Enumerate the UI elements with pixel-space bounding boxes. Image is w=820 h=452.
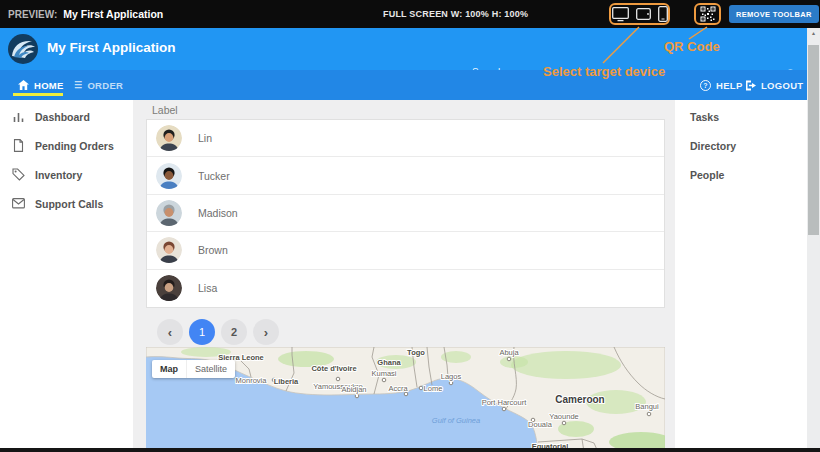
logout-icon <box>745 80 756 91</box>
map-widget[interactable]: Map Satellite <box>146 347 665 452</box>
preview-title-group: PREVIEW: My First Application <box>8 0 163 28</box>
preview-label: PREVIEW: <box>8 9 57 20</box>
list-item[interactable]: Brown <box>147 232 664 269</box>
right-sidebar-item-label: Directory <box>690 140 736 152</box>
svg-text:Lagos: Lagos <box>441 372 462 381</box>
svg-text:Abuja: Abuja <box>499 348 519 357</box>
next-page-button[interactable]: › <box>253 319 279 345</box>
tab-home-label: HOME <box>34 80 64 91</box>
scroll-up-arrow[interactable]: ▴ <box>807 29 820 36</box>
document-icon <box>12 139 25 152</box>
sidebar-item-pending-orders[interactable]: Pending Orders <box>0 131 133 160</box>
svg-text:Douala: Douala <box>528 420 553 429</box>
help-button[interactable]: ? HELP <box>700 70 743 100</box>
left-sidebar: Dashboard Pending Orders Inventory Suppo… <box>0 100 133 448</box>
right-sidebar-item-label: People <box>690 169 724 181</box>
person-name: Lin <box>198 132 212 144</box>
help-label: HELP <box>716 80 743 91</box>
app-title: My First Application <box>47 40 176 55</box>
avatar <box>156 125 182 151</box>
page-button-1[interactable]: 1 <box>189 319 215 345</box>
preview-app-name: My First Application <box>63 8 163 20</box>
sidebar-item-label: Support Calls <box>35 198 103 210</box>
svg-text:Gulf of Guinea: Gulf of Guinea <box>432 416 480 425</box>
people-list: Lin Tucker Madison Brown Lisa <box>146 119 665 308</box>
sidebar-item-inventory[interactable]: Inventory <box>0 160 133 189</box>
list-title: Label <box>152 104 178 116</box>
device-selector-group <box>609 3 670 25</box>
person-name: Lisa <box>198 282 217 294</box>
app-navbar: HOME ☰ ORDER ? HELP LOGOUT <box>0 70 807 100</box>
sidebar-item-directory[interactable]: Directory <box>675 131 807 160</box>
tab-order-label: ORDER <box>87 80 123 91</box>
avatar <box>156 237 182 263</box>
avatar <box>156 200 182 226</box>
avatar <box>156 163 182 189</box>
sidebar-item-label: Inventory <box>35 169 82 181</box>
remove-toolbar-button[interactable]: REMOVE TOOLBAR <box>729 5 819 23</box>
app-header: My First Application <box>0 28 807 70</box>
right-sidebar-item-label: Tasks <box>690 111 719 123</box>
fullscreen-info: FULL SCREEN W: 100% H: 100% <box>383 9 528 19</box>
svg-text:Lome: Lome <box>424 384 443 393</box>
map-view-button[interactable]: Map <box>152 360 186 378</box>
qr-code-icon <box>700 6 716 22</box>
sidebar-item-label: Pending Orders <box>35 140 114 152</box>
sidebar-item-tasks[interactable]: Tasks <box>675 102 807 131</box>
svg-text:Liberia: Liberia <box>274 377 299 386</box>
app-logo-icon <box>8 34 38 64</box>
list-item[interactable]: Tucker <box>147 157 664 194</box>
active-tab-underline <box>13 93 63 96</box>
window-bottom-edge <box>0 448 820 452</box>
qr-code-button[interactable] <box>694 3 721 25</box>
list-item[interactable]: Lisa <box>147 270 664 307</box>
preview-toolbar: PREVIEW: My First Application FULL SCREE… <box>0 0 820 28</box>
svg-text:Ghana: Ghana <box>377 358 401 367</box>
svg-text:Cameroon: Cameroon <box>555 394 604 405</box>
svg-text:Accra: Accra <box>388 384 408 393</box>
sidebar-item-label: Dashboard <box>35 111 90 123</box>
logout-button[interactable]: LOGOUT <box>745 70 803 100</box>
list-item[interactable]: Lin <box>147 120 664 157</box>
map-type-control: Map Satellite <box>152 360 235 378</box>
svg-text:Abidjan: Abidjan <box>341 385 366 394</box>
phone-icon[interactable] <box>658 6 668 22</box>
bar-chart-icon <box>12 110 25 123</box>
tab-order[interactable]: ☰ ORDER <box>74 70 123 100</box>
sidebar-item-dashboard[interactable]: Dashboard <box>0 102 133 131</box>
person-name: Madison <box>198 207 238 219</box>
help-icon: ? <box>700 80 711 91</box>
svg-text:Yaounde: Yaounde <box>549 412 578 421</box>
home-icon <box>18 80 29 90</box>
sidebar-item-people[interactable]: People <box>675 160 807 189</box>
list-menu-icon: ☰ <box>74 80 82 90</box>
desktop-icon[interactable] <box>612 7 629 22</box>
right-sidebar: Tasks Directory People <box>675 100 807 448</box>
avatar <box>156 275 182 301</box>
sidebar-item-support-calls[interactable]: Support Calls <box>0 189 133 218</box>
svg-text:Togo: Togo <box>407 348 425 357</box>
svg-text:Port Harcourt: Port Harcourt <box>482 398 528 407</box>
svg-text:Bangui: Bangui <box>635 402 659 411</box>
scrollbar-thumb[interactable] <box>808 45 819 235</box>
page-button-2[interactable]: 2 <box>221 319 247 345</box>
app-preview-screen: PREVIEW: My First Application FULL SCREE… <box>0 0 820 452</box>
svg-text:Kumasi: Kumasi <box>371 369 396 378</box>
tablet-icon[interactable] <box>636 8 651 20</box>
person-name: Brown <box>198 244 228 256</box>
satellite-view-button[interactable]: Satellite <box>186 360 235 378</box>
person-name: Tucker <box>198 170 230 182</box>
list-item[interactable]: Madison <box>147 195 664 232</box>
pagination: ‹ 1 2 › <box>157 319 279 345</box>
logout-label: LOGOUT <box>761 80 803 91</box>
svg-text:Côte d'Ivoire: Côte d'Ivoire <box>311 364 356 373</box>
svg-text:Monrovia: Monrovia <box>236 376 268 385</box>
mail-icon <box>12 198 25 209</box>
prev-page-button[interactable]: ‹ <box>157 319 183 345</box>
vertical-scrollbar[interactable]: ▴ <box>807 28 820 452</box>
tag-icon <box>12 168 25 181</box>
